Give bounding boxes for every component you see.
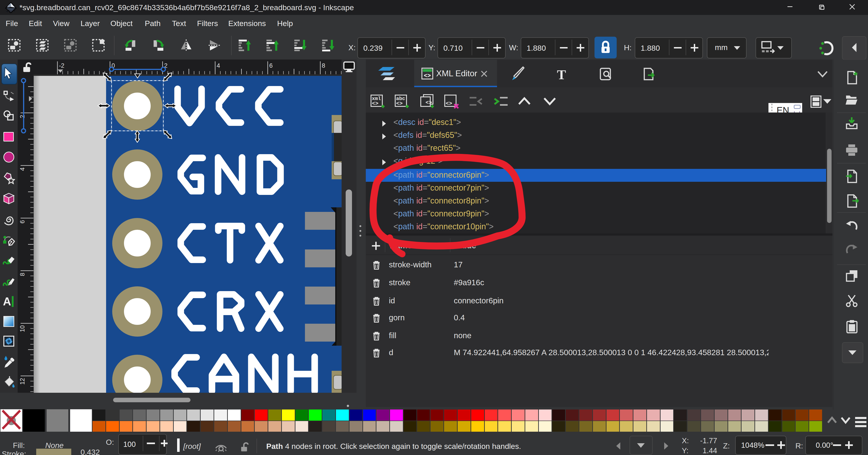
svg-text:<>: <> xyxy=(424,73,431,79)
svg-text:<>: <> xyxy=(426,99,432,106)
svg-text:<>: <> xyxy=(446,101,452,107)
svg-text:<>: <> xyxy=(372,101,378,107)
svg-text:<>: <> xyxy=(396,101,403,107)
